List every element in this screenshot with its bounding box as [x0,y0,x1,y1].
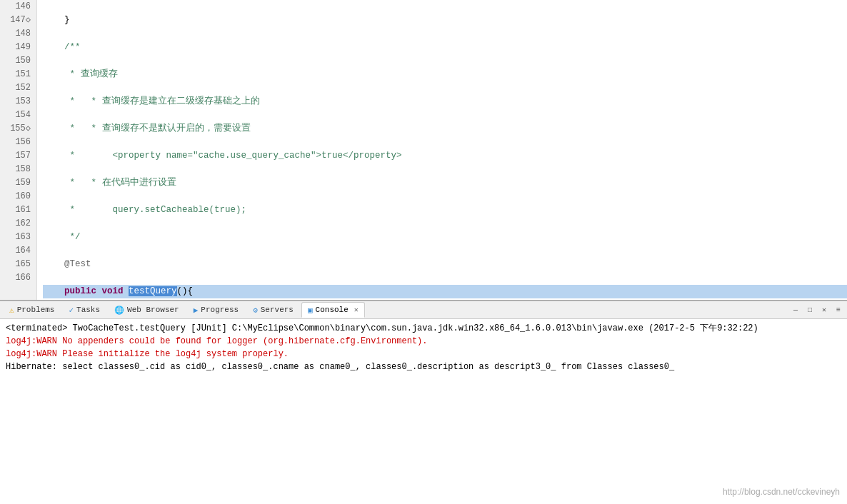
ln-146: 146 [6,0,31,14]
console-icon: ▣ [308,306,313,315]
warn-line-2: log4j:WARN Please initialize the log4j s… [6,348,841,361]
code-line-151: * <property name="cache.use_query_cache"… [43,149,847,163]
ln-160: 160 [6,190,31,203]
progress-icon: ▶ [194,306,199,315]
ln-149: 149 [6,41,31,54]
ln-163: 163 [6,231,31,244]
ln-165: 165 [6,258,31,271]
maximize-button[interactable]: □ [804,304,816,316]
hibernate-query-line: Hibernate: select classes0_.cid as cid0_… [6,361,841,373]
tab-problems-label: Problems [17,306,55,314]
code-line-147: /** [43,41,847,54]
code-line-153: * query.setCacheable(true); [43,203,847,217]
code-line-146: } [43,14,847,27]
tab-webbrowser[interactable]: 🌐 Web Browser [108,302,186,318]
tab-problems[interactable]: ⚠ Problems [3,302,61,318]
tab-servers-label: Servers [261,306,294,314]
problems-icon: ⚠ [9,306,14,315]
code-line-155: @Test [43,258,847,271]
ln-150: 150 [6,54,31,68]
menu-button[interactable]: ≡ [833,304,844,316]
ln-152: 152 [6,81,31,95]
console-output: <terminated> TwoCacheTest.testQuery [JUn… [0,319,847,376]
code-lines: } /** * 查询缓存 * * 查询缓存是建立在二级缓存基础之上的 * * 查… [37,0,847,300]
tab-tasks-label: Tasks [76,306,100,314]
tab-console-label: Console [316,306,349,314]
line-numbers: 146 147◇ 148 149 150 151 152 153 154 155… [0,0,37,300]
tab-webbrowser-label: Web Browser [127,306,179,314]
webbrowser-icon: 🌐 [114,306,124,315]
ln-162: 162 [6,217,31,231]
watermark: http://blog.csdn.net/cckevineyh [723,487,840,497]
code-line-149: * * 查询缓存是建立在二级缓存基础之上的 [43,95,847,109]
warn-line-1: log4j:WARN No appenders could be found f… [6,335,841,348]
ln-164: 164 [6,244,31,258]
minimize-button[interactable]: — [790,304,801,316]
ln-155: 155◇ [6,122,31,136]
ln-159: 159 [6,176,31,190]
ln-156: 156 [6,136,31,149]
bottom-tabs-bar: ⚠ Problems ✓ Tasks 🌐 Web Browser ▶ Progr… [0,301,847,319]
ln-147: 147◇ [6,14,31,27]
tab-controls: — □ ✕ ≡ [790,304,844,316]
tab-progress[interactable]: ▶ Progress [187,302,245,318]
tab-progress-label: Progress [201,306,239,314]
code-line-152: * * 在代码中进行设置 [43,176,847,190]
ln-154: 154 [6,109,31,122]
ln-158: 158 [6,163,31,176]
ln-148: 148 [6,27,31,41]
servers-icon: ⚙ [253,306,258,315]
tab-servers[interactable]: ⚙ Servers [246,302,300,318]
console-close-x: ✕ [354,306,359,314]
tasks-icon: ✓ [69,306,74,315]
editor-area: 146 147◇ 148 149 150 151 152 153 154 155… [0,0,847,300]
ln-166: 166 [6,271,31,285]
ln-161: 161 [6,203,31,217]
bottom-panel: ⚠ Problems ✓ Tasks 🌐 Web Browser ▶ Progr… [0,300,847,504]
ln-157: 157 [6,149,31,163]
ln-151: 151 [6,68,31,81]
code-line-150: * * 查询缓存不是默认开启的，需要设置 [43,122,847,136]
code-line-156: public void testQuery(){ [43,285,847,298]
code-line-154: */ [43,231,847,244]
close-panel-button[interactable]: ✕ [818,304,830,316]
code-line-148: * 查询缓存 [43,68,847,81]
tab-console[interactable]: ▣ Console ✕ [301,302,365,318]
ln-153: 153 [6,95,31,109]
terminated-line: <terminated> TwoCacheTest.testQuery [JUn… [6,322,841,335]
tab-tasks[interactable]: ✓ Tasks [62,302,106,318]
